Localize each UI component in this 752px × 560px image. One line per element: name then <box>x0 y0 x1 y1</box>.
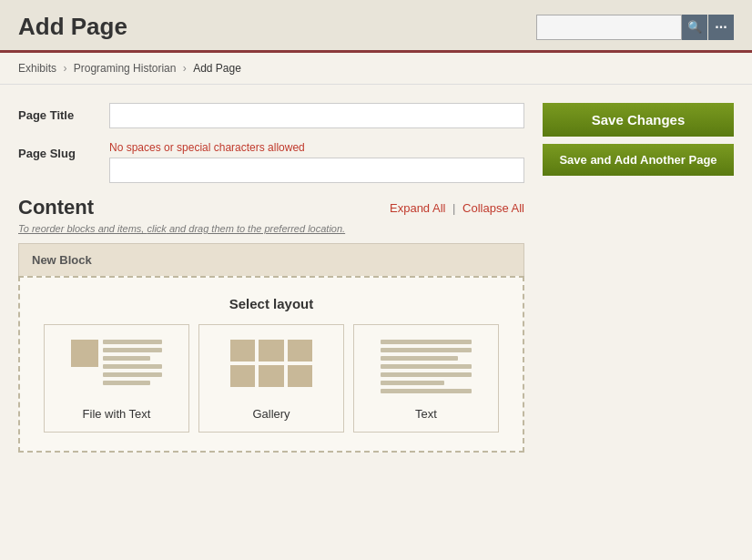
content-title: Content <box>18 196 94 219</box>
file-line-3 <box>103 356 150 361</box>
page-title: Add Page <box>18 13 127 41</box>
content-section: Content Expand All | Collapse All To reo… <box>18 196 524 453</box>
file-line-6 <box>103 381 150 385</box>
page-title-label: Page Title <box>18 103 109 122</box>
search-input[interactable] <box>536 15 682 40</box>
collapse-all-link[interactable]: Collapse All <box>462 201 524 215</box>
main-content: Page Title Page Slug No spaces or specia… <box>0 85 752 560</box>
file-text-icon <box>71 336 162 400</box>
breadcrumb-program[interactable]: Programing Historian <box>74 62 177 75</box>
file-text-label: File with Text <box>83 407 151 421</box>
gallery-grid <box>230 340 312 394</box>
text-line-3 <box>381 356 458 361</box>
page-title-row: Page Title <box>18 103 524 128</box>
reorder-click[interactable]: click <box>147 223 166 234</box>
page-slug-field: No spaces or special characters allowed <box>109 141 524 183</box>
search-button[interactable]: 🔍 <box>682 15 707 40</box>
breadcrumb: Exhibits › Programing Historian › Add Pa… <box>18 62 734 75</box>
header: Add Page 🔍 ··· <box>0 0 752 53</box>
text-label: Text <box>415 407 437 421</box>
breadcrumb-exhibits[interactable]: Exhibits <box>18 62 56 75</box>
save-add-button[interactable]: Save and Add Another Page <box>543 144 734 176</box>
layout-title: Select layout <box>33 296 510 311</box>
gallery-thumb-1 <box>230 340 255 361</box>
text-line-7 <box>381 389 472 393</box>
file-line-5 <box>103 372 162 377</box>
breadcrumb-bar: Exhibits › Programing Historian › Add Pa… <box>0 53 752 85</box>
page-slug-label: Page Slug <box>18 141 109 160</box>
layout-text[interactable]: Text <box>353 324 499 433</box>
gallery-thumb-3 <box>288 340 312 361</box>
breadcrumb-current: Add Page <box>193 62 241 75</box>
text-line-2 <box>381 348 472 352</box>
layout-selector: Select layout <box>18 276 524 453</box>
layout-options: File with Text <box>33 324 510 433</box>
file-line-4 <box>103 364 162 369</box>
pipe-separator: | <box>452 201 459 215</box>
content-header: Content Expand All | Collapse All <box>18 196 524 219</box>
menu-button[interactable]: ··· <box>708 15 734 40</box>
page-title-field <box>109 103 524 128</box>
text-icon <box>381 336 472 400</box>
slug-hint: No spaces or special characters allowed <box>109 141 524 154</box>
page-slug-input[interactable] <box>109 158 524 183</box>
gallery-thumb-6 <box>288 365 312 387</box>
save-changes-button[interactable]: Save Changes <box>543 103 734 137</box>
search-icon: 🔍 <box>687 20 702 34</box>
gallery-icon <box>226 336 317 400</box>
file-line-2 <box>103 348 162 352</box>
text-line-1 <box>381 340 472 344</box>
text-line-5 <box>381 372 472 377</box>
file-lines <box>103 336 162 385</box>
menu-icon: ··· <box>715 19 727 36</box>
file-line-1 <box>103 340 162 344</box>
expand-all-link[interactable]: Expand All <box>390 201 445 215</box>
text-lines <box>381 336 472 400</box>
text-line-4 <box>381 364 472 369</box>
layout-gallery[interactable]: Gallery <box>198 324 344 433</box>
page-title-input[interactable] <box>109 103 524 128</box>
content-links: Expand All | Collapse All <box>390 201 524 215</box>
search-bar: 🔍 ··· <box>536 15 734 40</box>
breadcrumb-separator-2: › <box>183 62 189 75</box>
form-left: Page Title Page Slug No spaces or specia… <box>18 103 524 462</box>
reorder-hint: To reorder blocks and items, click and d… <box>18 223 524 234</box>
gallery-thumb-4 <box>230 365 255 387</box>
new-block-bar[interactable]: New Block <box>18 243 524 276</box>
gallery-thumb-5 <box>259 365 283 387</box>
form-layout: Page Title Page Slug No spaces or specia… <box>18 103 734 462</box>
layout-file-text[interactable]: File with Text <box>44 324 189 433</box>
gallery-label: Gallery <box>252 407 290 421</box>
page-slug-row: Page Slug No spaces or special character… <box>18 141 524 183</box>
text-line-6 <box>381 381 444 385</box>
file-thumbnail <box>71 340 98 367</box>
breadcrumb-separator-1: › <box>63 62 69 75</box>
gallery-thumb-2 <box>259 340 283 361</box>
form-right: Save Changes Save and Add Another Page <box>543 103 734 176</box>
